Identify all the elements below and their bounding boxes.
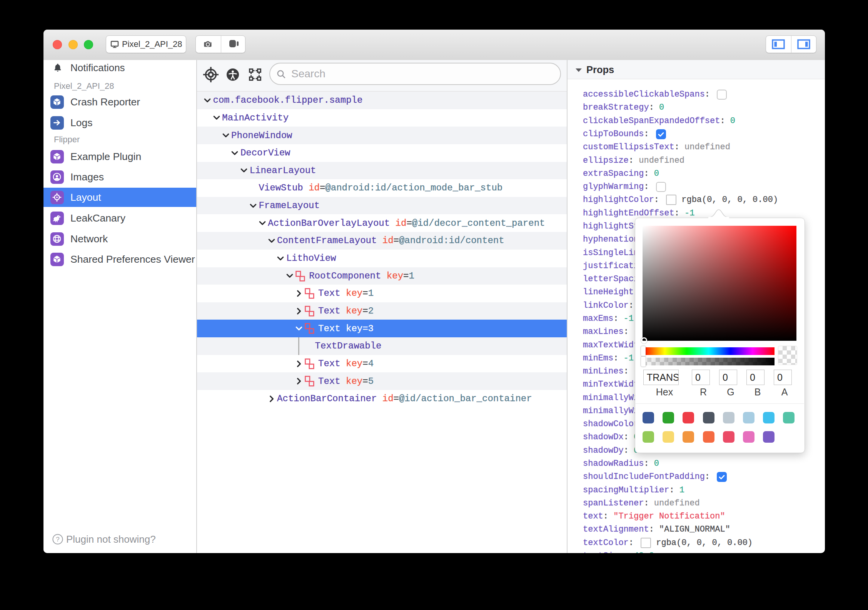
svg-text:?: ? bbox=[56, 536, 59, 543]
